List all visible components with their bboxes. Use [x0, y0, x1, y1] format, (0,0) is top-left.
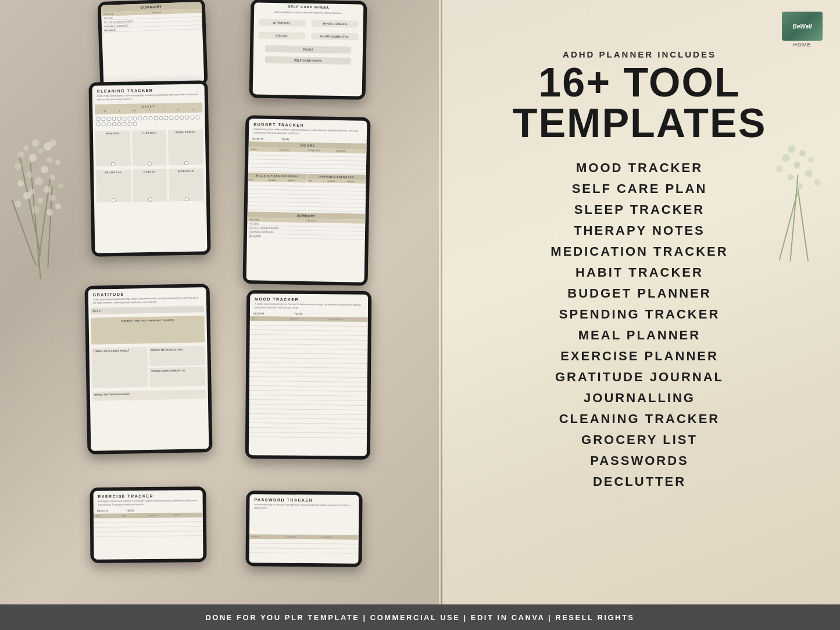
- tool-item-4: MEDICATION TRACKER: [551, 242, 728, 261]
- tablet-budget-tracker: BUDGET TRACKER Empowering you to make co…: [242, 115, 370, 286]
- tool-item-9: EXERCISE PLANNER: [560, 346, 719, 366]
- tool-item-11: JOURNALLING: [584, 388, 695, 407]
- tool-list: MOOD TRACKERSELF CARE PLANSLEEP TRACKERT…: [513, 158, 767, 491]
- tool-item-8: MEAL PLANNER: [578, 325, 700, 345]
- tool-item-2: SLEEP TRACKER: [574, 200, 705, 219]
- adhd-subtitle: ADHD PLANNER INCLUDES: [513, 49, 767, 59]
- tool-item-5: HABIT TRACKER: [576, 263, 703, 282]
- logo-sub: HOME: [793, 42, 812, 48]
- right-panel: HOME ADHD PLANNER INCLUDES 16+ TOOL TEMP…: [439, 0, 840, 604]
- tool-item-3: THERAPY NOTES: [574, 221, 705, 240]
- floral-decoration: [12, 105, 93, 337]
- main-title: 16+ TOOL TEMPLATES: [513, 62, 767, 144]
- tool-item-12: CLEANING TRACKER: [559, 409, 720, 428]
- tool-item-15: DECLUTTER: [593, 472, 686, 491]
- bottom-bar: DONE FOR YOU PLR TEMPLATE | COMMERCIAL U…: [0, 604, 840, 630]
- tool-item-0: MOOD TRACKER: [576, 158, 703, 177]
- tablet-gratitude: GRATITUDE Capturing feelings of gratitud…: [84, 284, 212, 454]
- logo-area: HOME: [782, 12, 823, 48]
- tablet-mood-tracker: MOOD TRACKER A simple way to keep an eye…: [245, 290, 372, 460]
- tool-item-14: PASSWORDS: [590, 451, 689, 470]
- tool-item-13: GROCERY LIST: [581, 430, 698, 449]
- tool-item-6: BUDGET PLANNER: [567, 284, 711, 303]
- bottom-bar-text: DONE FOR YOU PLR TEMPLATE | COMMERCIAL U…: [205, 613, 634, 622]
- tablet-exercise-tracker: EXERCISE TRACKER Helping you create and …: [90, 486, 206, 563]
- tool-item-10: GRATITUDE JOURNAL: [555, 367, 724, 386]
- tablet-self-care-wheel: SELF CARE WHEEL Assessing different area…: [249, 0, 367, 100]
- tablet-summary: SUMMARY SOURCE AMOUNT INCOME BILLS & FIX…: [97, 0, 208, 89]
- tablet-cleaning-tracker: CLEANING TRACKER Helps make cleaning tas…: [88, 80, 210, 257]
- tool-item-1: SELF CARE PLAN: [572, 179, 707, 198]
- tool-item-7: SPENDING TRACKER: [559, 305, 720, 324]
- logo-badge: [782, 12, 823, 41]
- tablet-password-tracker: PASSWORD TRACKER A convenient way to sto…: [245, 491, 362, 567]
